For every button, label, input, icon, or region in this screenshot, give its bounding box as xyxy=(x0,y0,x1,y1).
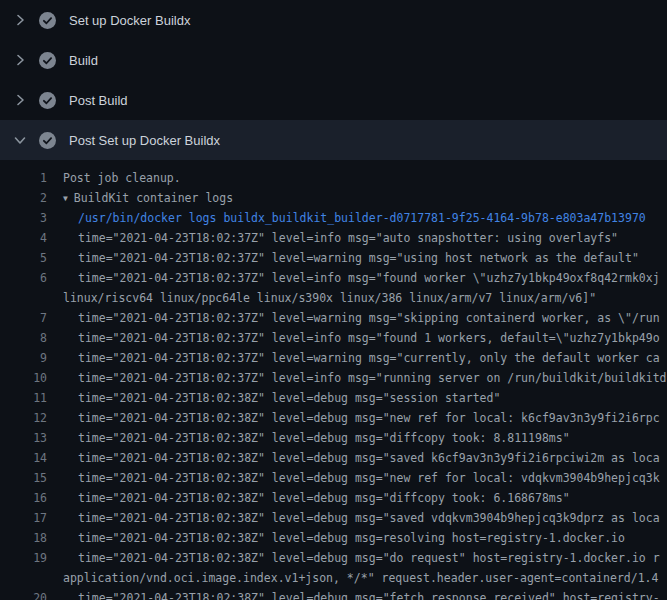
step-header-post-build[interactable]: Post Build xyxy=(0,80,667,120)
log-line-number[interactable]: 15 xyxy=(0,471,47,485)
chevron-down-icon xyxy=(12,132,28,148)
log-line: 1Post job cleanup. xyxy=(0,168,667,188)
log-line: 20time="2021-04-23T18:02:38Z" level=debu… xyxy=(0,588,667,600)
log-line: 5time="2021-04-23T18:02:37Z" level=warni… xyxy=(0,248,667,268)
log-line-number[interactable]: 20 xyxy=(0,591,47,600)
step-label: Set up Docker Buildx xyxy=(69,14,190,27)
check-circle-icon xyxy=(39,92,56,109)
log-text: time="2021-04-23T18:02:38Z" level=debug … xyxy=(78,391,500,405)
log-line: 6time="2021-04-23T18:02:37Z" level=info … xyxy=(0,268,667,288)
log-line: 8time="2021-04-23T18:02:37Z" level=info … xyxy=(0,328,667,348)
log-text: time="2021-04-23T18:02:38Z" level=debug … xyxy=(78,471,660,485)
step-label: Post Build xyxy=(69,94,128,107)
log-line-number[interactable]: 18 xyxy=(0,531,47,545)
step-header-set-up-docker-buildx[interactable]: Set up Docker Buildx xyxy=(0,0,667,40)
log-line: 2▼BuildKit container logs xyxy=(0,188,667,208)
step-label: Build xyxy=(69,54,98,67)
log-text: time="2021-04-23T18:02:37Z" level=warnin… xyxy=(78,311,660,325)
log-line-number[interactable]: 5 xyxy=(0,251,47,265)
log-line-number[interactable]: 7 xyxy=(0,311,47,325)
log-text: time="2021-04-23T18:02:37Z" level=info m… xyxy=(78,371,667,385)
log-line-number[interactable]: 6 xyxy=(0,271,47,285)
log-command: /usr/bin/docker logs buildx_buildkit_bui… xyxy=(78,211,646,225)
log-line: application/vnd.oci.image.index.v1+json,… xyxy=(0,568,667,588)
check-circle-icon xyxy=(39,52,56,69)
log-container: 1Post job cleanup.2▼BuildKit container l… xyxy=(0,160,667,600)
log-line-number[interactable]: 8 xyxy=(0,331,47,345)
log-text: Post job cleanup. xyxy=(63,171,181,185)
log-text: time="2021-04-23T18:02:38Z" level=debug … xyxy=(78,551,660,565)
log-line: 19time="2021-04-23T18:02:38Z" level=debu… xyxy=(0,548,667,568)
log-line: linux/riscv64 linux/ppc64le linux/s390x … xyxy=(0,288,667,308)
chevron-right-icon xyxy=(12,12,28,28)
log-text: time="2021-04-23T18:02:38Z" level=debug … xyxy=(78,591,660,600)
log-text: time="2021-04-23T18:02:38Z" level=debug … xyxy=(78,431,570,445)
log-line-number[interactable]: 14 xyxy=(0,451,47,465)
log-text: time="2021-04-23T18:02:38Z" level=debug … xyxy=(78,491,570,505)
chevron-right-icon xyxy=(12,92,28,108)
check-circle-icon xyxy=(39,132,56,149)
log-line: 10time="2021-04-23T18:02:37Z" level=info… xyxy=(0,368,667,388)
log-line: 16time="2021-04-23T18:02:38Z" level=debu… xyxy=(0,488,667,508)
log-line: 13time="2021-04-23T18:02:38Z" level=debu… xyxy=(0,428,667,448)
log-line-number[interactable]: 9 xyxy=(0,351,47,365)
log-line: 9time="2021-04-23T18:02:37Z" level=warni… xyxy=(0,348,667,368)
check-circle-icon xyxy=(39,12,56,29)
log-text: linux/riscv64 linux/ppc64le linux/s390x … xyxy=(63,291,596,305)
log-text: time="2021-04-23T18:02:38Z" level=debug … xyxy=(78,411,660,425)
log-text: application/vnd.oci.image.index.v1+json,… xyxy=(63,571,658,585)
log-line: 11time="2021-04-23T18:02:38Z" level=debu… xyxy=(0,388,667,408)
step-header-post-set-up-docker-buildx[interactable]: Post Set up Docker Buildx xyxy=(0,120,667,160)
log-text: time="2021-04-23T18:02:37Z" level=warnin… xyxy=(78,351,660,365)
log-line-number[interactable]: 19 xyxy=(0,551,47,565)
log-group-collapse-icon[interactable]: ▼ xyxy=(63,194,68,203)
log-line-number[interactable]: 12 xyxy=(0,411,47,425)
log-text: time="2021-04-23T18:02:38Z" level=debug … xyxy=(78,451,660,465)
step-label: Post Set up Docker Buildx xyxy=(69,134,220,147)
log-text: time="2021-04-23T18:02:37Z" level=info m… xyxy=(78,231,618,245)
log-line: 3/usr/bin/docker logs buildx_buildkit_bu… xyxy=(0,208,667,228)
log-line-number[interactable]: 3 xyxy=(0,211,47,225)
log-text: time="2021-04-23T18:02:37Z" level=warnin… xyxy=(78,251,639,265)
log-text: time="2021-04-23T18:02:38Z" level=debug … xyxy=(78,511,660,525)
log-line: 15time="2021-04-23T18:02:38Z" level=debu… xyxy=(0,468,667,488)
log-line: 14time="2021-04-23T18:02:38Z" level=debu… xyxy=(0,448,667,468)
log-line-number[interactable]: 2 xyxy=(0,191,47,205)
log-line-number[interactable]: 11 xyxy=(0,391,47,405)
log-text: time="2021-04-23T18:02:38Z" level=debug … xyxy=(78,531,625,545)
log-line: 12time="2021-04-23T18:02:38Z" level=debu… xyxy=(0,408,667,428)
step-header-build[interactable]: Build xyxy=(0,40,667,80)
log-line-number[interactable]: 1 xyxy=(0,171,47,185)
log-line-number[interactable]: 13 xyxy=(0,431,47,445)
log-text: time="2021-04-23T18:02:37Z" level=info m… xyxy=(78,331,660,345)
actions-log-viewer: Set up Docker Buildx Build Post Build Po… xyxy=(0,0,667,600)
log-line: 4time="2021-04-23T18:02:37Z" level=info … xyxy=(0,228,667,248)
chevron-right-icon xyxy=(12,52,28,68)
log-line-number[interactable]: 16 xyxy=(0,491,47,505)
log-text: time="2021-04-23T18:02:37Z" level=info m… xyxy=(78,271,660,285)
log-line: 18time="2021-04-23T18:02:38Z" level=debu… xyxy=(0,528,667,548)
log-line-number[interactable]: 4 xyxy=(0,231,47,245)
log-line-number[interactable]: 17 xyxy=(0,511,47,525)
log-line-number[interactable]: 10 xyxy=(0,371,47,385)
log-group-header[interactable]: ▼BuildKit container logs xyxy=(63,191,233,205)
log-line: 17time="2021-04-23T18:02:38Z" level=debu… xyxy=(0,508,667,528)
log-line: 7time="2021-04-23T18:02:37Z" level=warni… xyxy=(0,308,667,328)
